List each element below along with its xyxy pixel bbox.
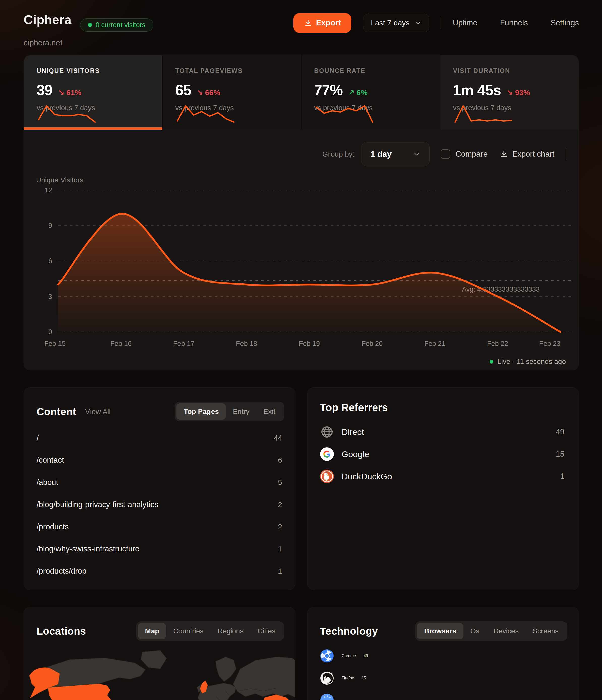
sparkline-chart: [453, 104, 513, 124]
table-row[interactable]: /44: [36, 427, 282, 449]
table-row[interactable]: DuckDuckGo 1: [320, 465, 565, 488]
svg-text:Feb 22: Feb 22: [487, 340, 508, 348]
stat-delta: ↘ 66%: [197, 88, 220, 97]
header-actions: Export Last 7 days Uptime Funnels Settin…: [294, 13, 579, 33]
current-visitors-label: 0 current visitors: [96, 21, 146, 29]
svg-text:Feb 20: Feb 20: [361, 340, 383, 348]
stat-delta: ↘ 61%: [58, 88, 82, 97]
table-row[interactable]: /products2: [36, 516, 282, 538]
svg-text:Feb 15: Feb 15: [44, 340, 66, 348]
date-range-value: Last 7 days: [371, 19, 409, 27]
stat-delta: ↗ 6%: [348, 88, 368, 97]
nav-funnels[interactable]: Funnels: [500, 18, 528, 27]
table-row[interactable]: /blog/building-privacy-first-analytics2: [36, 494, 282, 516]
export-label: Export: [316, 18, 341, 27]
current-visitors-badge: 0 current visitors: [80, 18, 153, 31]
svg-text:Feb 19: Feb 19: [299, 340, 320, 348]
site-domain: ciphera.net: [24, 38, 62, 47]
table-row[interactable]: /contact6: [36, 449, 282, 471]
technology-tabs: Browsers Os Devices Screens: [415, 621, 568, 641]
google-icon: [320, 447, 334, 461]
unique-visitors-chart[interactable]: 036912Avg: 4.333333333333333Feb 15Feb 16…: [24, 130, 579, 370]
table-row[interactable]: /products/drop1: [36, 560, 282, 582]
content-panel: Content View All Top Pages Entry Exit /4…: [24, 387, 296, 590]
stat-total-pageviews[interactable]: TOTAL PAGEVIEWS 65 ↘ 66% vs previous 7 d…: [163, 55, 301, 130]
stat-delta: ↘ 93%: [506, 88, 530, 97]
svg-text:9: 9: [48, 222, 52, 229]
duckduckgo-icon: [320, 469, 334, 483]
browser-icon-partial: [320, 693, 334, 700]
table-row[interactable]: /blog/why-swiss-infrastructure1: [36, 538, 282, 560]
sparkline-chart: [175, 104, 236, 124]
table-row[interactable]: Chrome 49: [320, 645, 565, 667]
stat-label: VISIT DURATION: [453, 67, 569, 74]
svg-text:0: 0: [48, 328, 52, 335]
tab-countries[interactable]: Countries: [166, 623, 210, 639]
chrome-icon: [320, 649, 334, 663]
tab-devices[interactable]: Devices: [486, 623, 526, 639]
top-pages-list: /44 /contact6 /about5 /blog/building-pri…: [36, 427, 282, 582]
tab-browsers[interactable]: Browsers: [417, 623, 463, 639]
svg-text:3: 3: [48, 293, 52, 300]
table-row[interactable]: Firefox 15: [320, 667, 565, 689]
svg-text:Feb 23: Feb 23: [539, 340, 560, 348]
locations-title: Locations: [36, 625, 86, 637]
nav-uptime[interactable]: Uptime: [452, 18, 477, 27]
globe-icon: [320, 425, 334, 439]
table-row[interactable]: Direct 49: [320, 421, 565, 443]
svg-text:Feb 17: Feb 17: [173, 340, 194, 348]
svg-text:Feb 18: Feb 18: [236, 340, 257, 348]
sparkline-chart: [314, 104, 375, 124]
header-divider: [440, 17, 441, 29]
locations-tabs: Map Countries Regions Cities: [136, 621, 284, 641]
table-row[interactable]: Google 15: [320, 443, 565, 465]
svg-text:12: 12: [45, 186, 52, 194]
svg-text:Feb 21: Feb 21: [424, 340, 446, 348]
main-nav: Uptime Funnels Settings: [452, 18, 579, 27]
stats-row: UNIQUE VISITORS 39 ↘ 61% vs previous 7 d…: [24, 55, 579, 130]
locations-panel: Locations Map Countries Regions Cities: [24, 607, 296, 700]
live-dot-icon: [88, 23, 92, 27]
sparkline-chart: [36, 104, 97, 124]
svg-text:Feb 16: Feb 16: [110, 340, 132, 348]
nav-settings[interactable]: Settings: [551, 18, 579, 27]
firefox-icon: [320, 671, 334, 685]
analytics-card: UNIQUE VISITORS 39 ↘ 61% vs previous 7 d…: [24, 55, 579, 370]
technology-panel: Technology Browsers Os Devices Screens C…: [307, 607, 579, 700]
chevron-down-icon: [415, 20, 422, 26]
export-button[interactable]: Export: [294, 13, 351, 33]
live-status: Live · 11 seconds ago: [490, 357, 566, 366]
view-all-link[interactable]: View All: [85, 407, 111, 416]
date-range-select[interactable]: Last 7 days: [363, 14, 429, 32]
svg-text:6: 6: [48, 257, 52, 265]
tab-screens[interactable]: Screens: [526, 623, 566, 639]
world-map[interactable]: [24, 646, 296, 700]
tab-entry[interactable]: Entry: [226, 403, 256, 420]
stat-value: 65: [175, 81, 191, 98]
stat-value: 77%: [314, 81, 343, 98]
tab-os[interactable]: Os: [463, 623, 486, 639]
live-status-text: Live · 11 seconds ago: [497, 357, 566, 366]
referrers-panel: Top Referrers Direct 49 Google: [307, 387, 579, 590]
stat-bounce-rate[interactable]: BOUNCE RATE 77% ↗ 6% vs previous 7 days: [301, 55, 440, 130]
tab-regions[interactable]: Regions: [210, 623, 251, 639]
stat-visit-duration[interactable]: VISIT DURATION 1m 45s ↘ 93% vs previous …: [441, 55, 579, 130]
referrers-list: Direct 49 Google 15: [320, 421, 565, 488]
live-dot-icon: [490, 360, 493, 364]
page-title: Ciphera: [24, 12, 72, 27]
table-row[interactable]: /about5: [36, 471, 282, 494]
table-row-partial[interactable]: [320, 689, 565, 700]
content-tabs: Top Pages Entry Exit: [175, 402, 284, 421]
technology-title: Technology: [320, 625, 378, 637]
tab-map[interactable]: Map: [138, 623, 166, 639]
stat-unique-visitors[interactable]: UNIQUE VISITORS 39 ↘ 61% vs previous 7 d…: [24, 55, 162, 130]
tab-exit[interactable]: Exit: [256, 403, 282, 420]
stat-label: BOUNCE RATE: [314, 67, 430, 74]
content-title: Content: [36, 406, 76, 418]
referrers-title: Top Referrers: [320, 402, 388, 414]
stat-value: 39: [36, 81, 52, 98]
tab-cities[interactable]: Cities: [251, 623, 282, 639]
stat-label: TOTAL PAGEVIEWS: [175, 67, 291, 74]
tab-top-pages[interactable]: Top Pages: [176, 403, 226, 420]
download-icon: [304, 19, 312, 27]
